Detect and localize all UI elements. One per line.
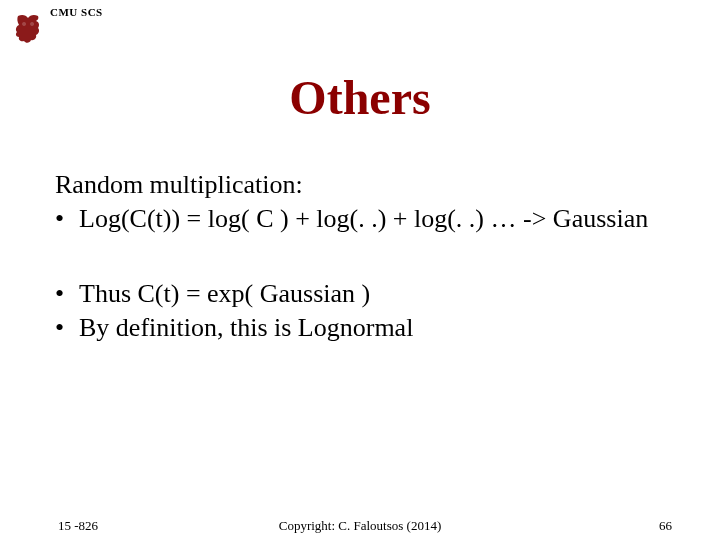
bullet-dot-icon: • bbox=[55, 311, 79, 345]
bullet-dot-icon: • bbox=[55, 202, 79, 236]
slide-title: Others bbox=[0, 70, 720, 125]
footer-page-number: 66 bbox=[659, 518, 672, 534]
body-section-2: • Thus C(t) = exp( Gaussian ) • By defin… bbox=[55, 277, 665, 346]
bullet-item: • By definition, this is Lognormal bbox=[55, 311, 665, 345]
section1-intro: Random multiplication: bbox=[55, 168, 665, 202]
slide-header: CMU SCS bbox=[12, 6, 103, 48]
bullet-text: Thus C(t) = exp( Gaussian ) bbox=[79, 277, 665, 311]
slide: CMU SCS Others Random multiplication: • … bbox=[0, 0, 720, 540]
footer-copyright: Copyright: C. Faloutsos (2014) bbox=[0, 518, 720, 534]
bullet-text: Log(C(t)) = log( C ) + log(. .) + log(. … bbox=[79, 202, 665, 236]
bullet-item: • Thus C(t) = exp( Gaussian ) bbox=[55, 277, 665, 311]
bullet-dot-icon: • bbox=[55, 277, 79, 311]
bullet-item: • Log(C(t)) = log( C ) + log(. .) + log(… bbox=[55, 202, 665, 236]
header-org: CMU SCS bbox=[50, 6, 103, 18]
bullet-text: By definition, this is Lognormal bbox=[79, 311, 665, 345]
slide-body: Random multiplication: • Log(C(t)) = log… bbox=[55, 168, 665, 385]
cmu-scotty-icon bbox=[12, 12, 44, 48]
body-section-1: Random multiplication: • Log(C(t)) = log… bbox=[55, 168, 665, 237]
